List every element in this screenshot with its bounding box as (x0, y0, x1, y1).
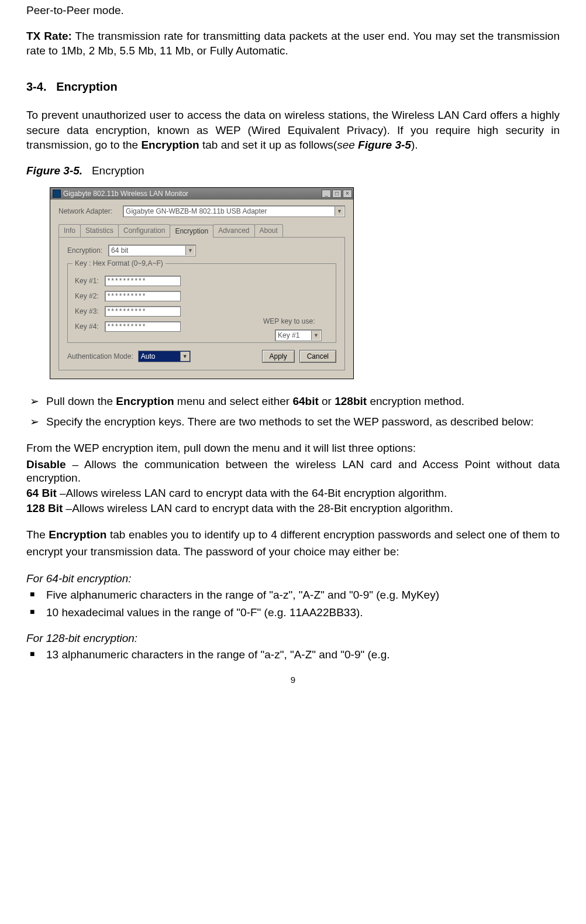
disable-option: Disable – Allows the communication betwe… (26, 458, 560, 486)
window-title: Gigabyte 802.11b Wireless LAN Monitor (63, 189, 322, 198)
lan-monitor-window: Gigabyte 802.11b Wireless LAN Monitor _ … (50, 187, 354, 379)
section-heading: 3-4. Encryption (26, 79, 560, 95)
instruction-list: Pull down the Encryption menu and select… (26, 394, 560, 430)
minimize-button[interactable]: _ (322, 190, 331, 198)
maximize-button[interactable]: □ (332, 190, 342, 198)
figure-screenshot: Gigabyte 802.11b Wireless LAN Monitor _ … (50, 187, 560, 379)
figure-caption: Figure 3-5. Encryption (26, 163, 560, 178)
wep-use-value: Key #1 (278, 331, 299, 339)
tx-rate-para: TX Rate: The transmission rate for trans… (26, 29, 560, 59)
section-number: 3-4. (26, 80, 46, 93)
encryption-tab-para: The Encryption tab enables you to identi… (26, 526, 560, 561)
figure-number: Figure 3-5. (26, 164, 82, 177)
chevron-down-icon: ▼ (335, 207, 344, 216)
wep-menu-intro: From the WEP encryption item, pull down … (26, 441, 560, 455)
tab-statistics[interactable]: Statistics (80, 224, 119, 236)
key3-input[interactable]: ********** (105, 306, 181, 317)
wep-use-label: WEP key to use: (263, 317, 322, 326)
list-item: Five alphanumeric characters in the rang… (26, 588, 560, 603)
tabs: Info Statistics Configuration Encryption… (58, 224, 345, 236)
for-128bit-heading: For 128-bit encryption: (26, 631, 560, 646)
tab-panel: Encryption: 64 bit ▼ Key : Hex Format (0… (58, 237, 345, 370)
auth-select[interactable]: Auto ▼ (138, 351, 191, 362)
list-item: Pull down the Encryption menu and select… (26, 394, 560, 409)
auth-label: Authentication Mode: (67, 352, 133, 361)
tx-rate-text: The transmission rate for transmitting d… (26, 30, 560, 57)
chevron-down-icon: ▼ (180, 352, 189, 361)
list-item: 13 alphanumeric characters in the range … (26, 647, 560, 662)
64bit-option: 64 Bit –Allows wireless LAN card to encr… (26, 486, 560, 500)
window-controls: _ □ × (322, 190, 352, 198)
tab-about[interactable]: About (254, 224, 283, 236)
auth-value: Auto (141, 352, 156, 360)
adapter-select[interactable]: Gigabyte GN-WBZB-M 802.11b USB Adapter ▼ (123, 205, 345, 217)
tab-configuration[interactable]: Configuration (118, 224, 170, 236)
encryption-select[interactable]: 64 bit ▼ (108, 245, 196, 256)
key4-label: Key #4: (75, 322, 99, 331)
key-group-legend: Key : Hex Format (0~9,A~F) (73, 259, 166, 268)
list-item: 10 hexadecimal values in the range of "0… (26, 605, 560, 620)
encryption-label: Encryption: (67, 246, 102, 255)
wep-use-select[interactable]: Key #1 ▼ (275, 329, 322, 341)
for-64bit-list: Five alphanumeric characters in the rang… (26, 588, 560, 620)
key2-input[interactable]: ********** (105, 291, 181, 301)
key2-label: Key #2: (75, 291, 99, 301)
titlebar: Gigabyte 802.11b Wireless LAN Monitor _ … (50, 188, 353, 200)
wep-use-area: WEP key to use: Key #1 ▼ (263, 317, 322, 341)
figure-title: Encryption (92, 164, 144, 177)
chevron-down-icon: ▼ (185, 246, 195, 255)
cancel-button[interactable]: Cancel (299, 350, 336, 363)
app-icon (53, 190, 61, 198)
adapter-value: Gigabyte GN-WBZB-M 802.11b USB Adapter (126, 207, 267, 215)
encryption-value: 64 bit (111, 246, 128, 255)
page-number: 9 (26, 674, 560, 686)
encryption-intro-para: To prevent unauthorized user to access t… (26, 108, 560, 153)
adapter-label: Network Adapter: (58, 207, 112, 216)
tab-info[interactable]: Info (58, 224, 81, 236)
key1-input[interactable]: ********** (105, 276, 181, 286)
for-64bit-heading: For 64-bit encryption: (26, 571, 560, 586)
tab-advanced[interactable]: Advanced (213, 224, 254, 236)
section-title: Encryption (56, 80, 117, 93)
for-128bit-list: 13 alphanumeric characters in the range … (26, 647, 560, 662)
peer-mode-text: Peer-to-Peer mode. (26, 3, 560, 18)
tx-rate-label: TX Rate: (26, 30, 72, 42)
key-group: Key : Hex Format (0~9,A~F) Key #1: *****… (67, 263, 336, 343)
apply-button[interactable]: Apply (262, 350, 295, 363)
128bit-option: 128 Bit –Allows wireless LAN card to enc… (26, 501, 560, 516)
list-item: Specify the encryption keys. There are t… (26, 414, 560, 430)
chevron-down-icon: ▼ (311, 331, 320, 340)
key3-label: Key #3: (75, 307, 99, 316)
key1-label: Key #1: (75, 276, 99, 286)
key4-input[interactable]: ********** (105, 321, 181, 332)
close-button[interactable]: × (343, 190, 352, 198)
tab-encryption[interactable]: Encryption (170, 225, 213, 237)
